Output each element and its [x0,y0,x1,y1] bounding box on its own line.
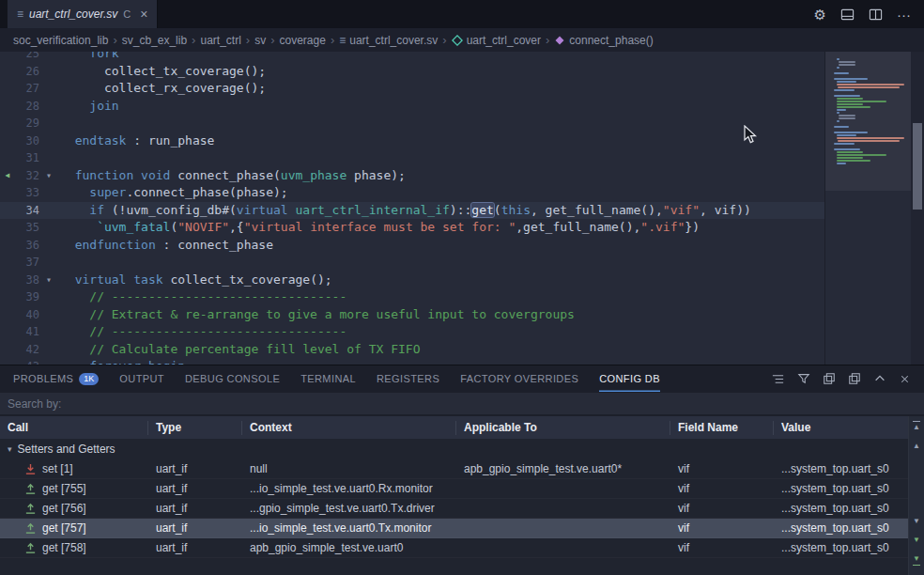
more-actions-icon[interactable]: ··· [897,8,911,22]
panel-tab-problems[interactable]: PROBLEMS1K [13,365,99,392]
duplicate-panel-icon[interactable] [848,372,861,385]
code-line[interactable]: 30 endtask : run_phase [0,132,824,150]
table-row[interactable]: get [757]uart_if...io_simple_test.ve.uar… [0,519,924,538]
code-line[interactable]: 34 if (!uvm_config_db#(virtual uart_ctrl… [0,202,824,220]
close-panel-icon[interactable] [899,373,911,385]
line-number[interactable]: 31 [15,149,39,167]
code-line[interactable]: 28 join [0,98,824,116]
breadcrumb-item-connect-phase-[interactable]: connect_phase() [554,34,653,47]
line-number[interactable]: 38 [15,272,39,289]
line-number[interactable]: 28 [15,98,39,116]
code-text: // -------------------------------- [60,288,346,306]
code-line[interactable]: 43 forever begin [0,358,824,365]
panel-tab-terminal[interactable]: TERMINAL [300,365,356,392]
code-line[interactable]: 36 endfunction : connect_phase [0,237,824,255]
panel-tab-config-db[interactable]: CONFIG DB [599,365,660,392]
line-number[interactable]: 34 [15,202,39,220]
breadcrumb-item-uart-ctrl-cover-sv[interactable]: ≡uart_ctrl_cover.sv [339,34,438,47]
scroll-to-bottom-icon[interactable]: ▼ [913,554,920,566]
class-symbol-icon [452,35,463,46]
table-row[interactable]: get [756]uart_if...gpio_simple_test.ve.u… [0,499,924,519]
code-text: function void connect_phase(uvm_phase ph… [60,167,406,185]
code-line[interactable]: 31 [0,149,824,167]
breadcrumb-item-coverage[interactable]: coverage [280,34,326,47]
minimap[interactable] [824,52,911,365]
panel-tab-debug-console[interactable]: DEBUG CONSOLE [185,365,280,392]
column-header-value[interactable]: Value [774,421,924,435]
search-input[interactable] [0,393,924,414]
table-row[interactable]: get [755]uart_if...io_simple_test.ve.uar… [0,479,924,499]
code-line[interactable]: 42 // Calculate percentage fill level of… [0,341,824,359]
breadcrumb-item-uart-ctrl[interactable]: uart_ctrl [200,34,240,47]
breadcrumb-item-sv[interactable]: sv [254,34,266,47]
breadcrumb-item-uart-ctrl-cover[interactable]: uart_ctrl_cover [452,34,541,47]
line-number[interactable]: 39 [15,288,39,306]
table-row[interactable]: get [758]uart_ifapb_gpio_simple_test.ve.… [0,538,924,558]
line-number[interactable]: 32 [15,167,39,185]
filter-icon[interactable] [797,372,810,385]
fold-icon[interactable]: ▾ [39,272,58,289]
line-number[interactable]: 26 [15,63,39,81]
column-header-call[interactable]: Call [0,421,148,435]
column-header-field-name[interactable]: Field Name [670,421,774,435]
table-group-row[interactable]: ▾ Setters and Getters [0,439,924,459]
line-number[interactable]: 36 [15,237,39,255]
column-header-type[interactable]: Type [148,421,242,435]
line-number[interactable]: 40 [15,306,39,324]
line-number[interactable]: 25 [15,52,39,63]
panel-tab-registers[interactable]: REGISTERS [377,365,439,392]
line-number[interactable]: 30 [15,132,39,150]
code-area[interactable]: 25 fork26 collect_tx_coverage();27 colle… [0,52,824,365]
scrollbar-thumb[interactable] [913,123,922,210]
panel-tab-factory-overrides[interactable]: FACTORY OVERRIDES [460,365,578,392]
fold-icon [39,254,58,272]
code-line[interactable]: 40 // Extract & re-arrange to give a mor… [0,306,824,324]
code-line[interactable]: 27 collect_rx_coverage(); [0,80,824,98]
scroll-to-top-icon[interactable]: ▲ [913,421,920,432]
code-line[interactable]: 39 // -------------------------------- [0,288,824,306]
breadcrumb-item-sv-cb-ex-lib[interactable]: sv_cb_ex_lib [122,34,187,47]
column-header-applicable-to[interactable]: Applicable To [456,421,670,435]
scroll-down-alt-icon[interactable]: ▼ [913,536,920,545]
line-number[interactable]: 43 [15,358,39,365]
line-number[interactable]: 27 [15,80,39,98]
line-number[interactable]: 29 [15,115,39,132]
split-editor-icon[interactable] [869,8,883,22]
code-line[interactable]: 25 fork [0,52,824,63]
panel-tab-label: PROBLEMS [13,373,73,384]
close-tab-icon[interactable]: × [140,7,147,22]
scroll-up-icon[interactable]: ▲ [913,442,920,451]
code-line[interactable]: 41 // -------------------------------- [0,323,824,341]
minimap-viewport[interactable] [825,52,911,191]
cell: vif [670,479,774,499]
code-line[interactable]: 38▾ virtual task collect_tx_coverage(); [0,272,824,289]
line-number[interactable]: 37 [15,254,39,272]
open-in-editor-icon[interactable] [823,372,836,385]
code-line[interactable]: 33 super.connect_phase(phase); [0,184,824,202]
gutter: 37 [0,254,60,272]
breadcrumb-label: sv_cb_ex_lib [122,34,187,47]
view-as-tree-icon[interactable] [771,372,785,386]
collapse-panel-icon[interactable] [873,372,886,385]
column-header-context[interactable]: Context [242,421,456,435]
line-number[interactable]: 41 [15,323,39,341]
code-line[interactable]: 37 [0,254,824,272]
code-line[interactable]: 26 collect_tx_coverage(); [0,63,824,81]
table-row[interactable]: set [1]uart_ifnullapb_gpio_simple_test.v… [0,459,924,479]
line-number[interactable]: 42 [15,341,39,359]
editor-scrollbar[interactable] [911,52,924,365]
layout-icon[interactable] [840,8,855,22]
panel-tab-output[interactable]: OUTPUT [119,365,164,392]
gear-icon[interactable]: ⚙ [814,8,826,22]
fold-icon [39,306,58,324]
code-line[interactable]: ◀32▾ function void connect_phase(uvm_pha… [0,167,824,185]
breadcrumb-item-soc-verification-lib[interactable]: soc_verification_lib [13,34,108,47]
code-line[interactable]: 35 `uvm_fatal("NOVIF",{"virtual interfac… [0,219,824,237]
fold-icon[interactable]: ▾ [39,167,58,185]
line-number[interactable]: 33 [15,184,39,202]
scroll-down-icon[interactable]: ▼ [913,517,920,526]
code-line[interactable]: 29 [0,115,824,132]
editor-tab-uart-ctrl-cover[interactable]: ≡ uart_ctrl_cover.sv C × [8,0,158,28]
bottom-panel: PROBLEMS1KOUTPUTDEBUG CONSOLETERMINALREG… [0,365,924,575]
line-number[interactable]: 35 [15,219,39,237]
